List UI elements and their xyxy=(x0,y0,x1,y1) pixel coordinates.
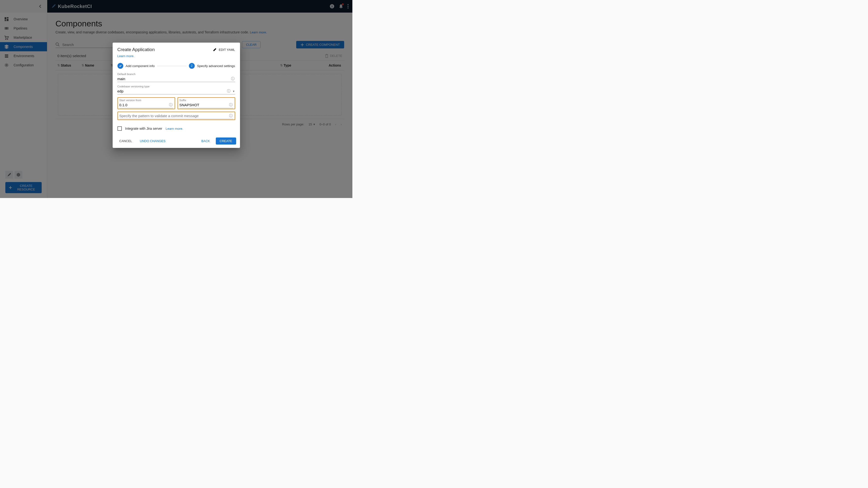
default-branch-input[interactable] xyxy=(118,77,230,81)
modal-title: Create Application xyxy=(118,47,155,52)
back-button[interactable]: BACK xyxy=(199,138,212,144)
commit-pattern-field-highlight: ⓘ xyxy=(118,111,235,120)
jira-checkbox[interactable] xyxy=(118,126,122,131)
info-icon[interactable]: ⓘ xyxy=(228,103,233,107)
chevron-down-icon[interactable]: ▼ xyxy=(231,90,235,93)
info-icon[interactable]: ⓘ xyxy=(226,89,231,93)
commit-pattern-input[interactable] xyxy=(119,114,228,118)
info-icon[interactable]: ⓘ xyxy=(168,103,173,107)
create-button[interactable]: CREATE xyxy=(216,137,236,144)
cancel-button[interactable]: CANCEL xyxy=(118,138,134,144)
default-branch-field: Default branch ⓘ xyxy=(118,73,235,82)
edit-yaml-button[interactable]: EDIT YAML xyxy=(213,48,235,52)
step-1[interactable]: Add component info xyxy=(118,63,155,69)
versioning-type-select[interactable] xyxy=(118,89,226,93)
create-application-modal: Create Application EDIT YAML Learn more.… xyxy=(113,42,240,148)
info-icon[interactable]: ⓘ xyxy=(230,76,235,81)
versioning-type-field: Codebase versioning type ⓘ ▼ xyxy=(118,85,235,94)
pencil-icon xyxy=(213,48,217,52)
start-version-input[interactable] xyxy=(119,103,168,107)
start-version-field-highlight: Start version from ⓘ xyxy=(118,97,175,109)
step-2[interactable]: 2 Specify advanced settings xyxy=(189,63,235,69)
field-label: Codebase versioning type xyxy=(118,85,235,88)
check-icon xyxy=(118,63,123,69)
undo-changes-button[interactable]: UNDO CHANGES xyxy=(138,138,167,144)
stepper: Add component info 2 Specify advanced se… xyxy=(113,62,240,73)
field-label: Start version from xyxy=(119,99,173,102)
suffix-input[interactable] xyxy=(180,103,228,107)
jira-learn-more-link[interactable]: Learn more. xyxy=(166,127,183,130)
field-label: Default branch xyxy=(118,73,235,75)
suffix-field-highlight: Suffix ⓘ xyxy=(178,97,235,109)
jira-label: Integrate with Jira server xyxy=(125,127,162,130)
modal-learn-more-link[interactable]: Learn more. xyxy=(118,54,134,58)
info-icon[interactable]: ⓘ xyxy=(228,113,233,118)
field-label: Suffix xyxy=(180,99,233,102)
modal-overlay[interactable]: Create Application EDIT YAML Learn more.… xyxy=(0,0,352,198)
